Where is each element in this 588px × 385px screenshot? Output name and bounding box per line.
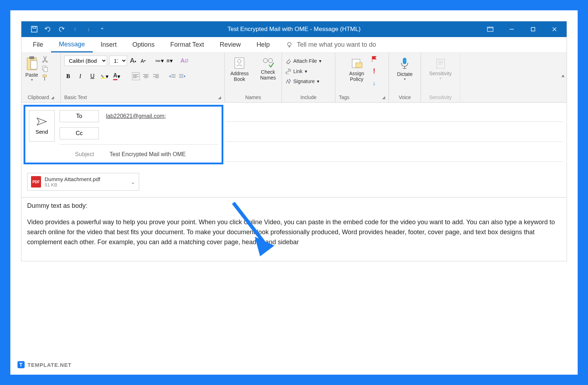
dialog-launcher-icon[interactable]: ◢ — [51, 95, 54, 100]
sensitivity-button: Sensitivity ▾ — [426, 56, 455, 82]
cut-icon[interactable] — [41, 56, 49, 63]
group-clipboard-label: Clipboard — [28, 94, 49, 100]
title-bar: ↑ ↓ ⁼ Test Encrypted Mail with OME - Mes… — [21, 21, 567, 37]
signature-icon — [285, 78, 291, 84]
numbering-icon[interactable]: ≡▾ — [166, 57, 173, 65]
to-field-value[interactable]: lab220621@gmail.com; — [106, 113, 166, 119]
check-names-icon — [262, 57, 274, 68]
signature-button[interactable]: Signature ▾ — [285, 78, 319, 85]
collapse-ribbon-icon[interactable]: ^ — [559, 53, 567, 102]
dictate-button[interactable]: Dictate ▾ — [394, 56, 416, 82]
grow-font-icon[interactable]: A▴ — [129, 57, 137, 65]
message-body[interactable]: Dummy text as body: Video provides a pow… — [21, 197, 567, 261]
svg-rect-5 — [531, 27, 535, 31]
dialog-launcher-icon[interactable]: ◢ — [382, 95, 385, 100]
font-color-icon[interactable]: A▾ — [113, 72, 121, 80]
svg-rect-17 — [44, 67, 47, 72]
menu-help[interactable]: Help — [249, 37, 278, 52]
ribbon: Paste ▾ Clipboard◢ Calibri (Bod 1 — [21, 53, 567, 103]
flag-icon[interactable] — [371, 56, 378, 63]
undo-icon[interactable] — [44, 26, 51, 33]
link-button[interactable]: Link ▾ — [285, 68, 307, 75]
address-book-icon — [234, 57, 245, 69]
svg-point-41 — [268, 58, 273, 63]
align-right-icon[interactable] — [152, 72, 160, 80]
minimize-icon[interactable] — [508, 26, 515, 33]
underline-button[interactable]: U — [88, 72, 96, 80]
menu-format-text[interactable]: Format Text — [162, 37, 212, 52]
group-include-label: Include — [285, 93, 331, 102]
group-sensitivity-label: Sensitivity — [425, 93, 456, 102]
tell-me-label: Tell me what you want to do — [297, 41, 376, 48]
decrease-indent-icon[interactable] — [168, 72, 176, 80]
svg-rect-19 — [101, 78, 106, 78]
high-importance-icon[interactable]: ! — [373, 67, 375, 75]
qat-more-icon[interactable]: ⁼ — [98, 26, 106, 33]
attachment-dropdown-icon[interactable]: ⌄ — [131, 179, 135, 185]
menu-options[interactable]: Options — [125, 37, 162, 52]
menu-message[interactable]: Message — [51, 37, 93, 52]
lightbulb-icon — [286, 42, 293, 48]
svg-point-40 — [263, 58, 268, 63]
group-names-label: Names — [228, 93, 278, 102]
svg-rect-47 — [437, 59, 445, 68]
up-arrow-icon[interactable]: ↑ — [71, 26, 78, 33]
clear-format-icon[interactable]: A∅ — [181, 57, 188, 65]
paperclip-icon — [285, 58, 291, 64]
redo-icon[interactable] — [58, 26, 65, 33]
send-icon — [36, 117, 47, 126]
maximize-icon[interactable] — [529, 26, 537, 33]
italic-button[interactable]: I — [76, 72, 84, 80]
highlight-icon[interactable]: ▾ — [101, 72, 108, 80]
down-arrow-icon[interactable]: ↓ — [85, 26, 92, 33]
svg-rect-0 — [31, 26, 37, 32]
group-voice-label: Voice — [392, 93, 417, 102]
shrink-font-icon[interactable]: A▾ — [139, 57, 147, 65]
svg-rect-43 — [356, 63, 362, 68]
low-importance-icon[interactable]: ↓ — [372, 79, 376, 87]
svg-rect-12 — [29, 56, 34, 59]
svg-rect-44 — [403, 58, 406, 64]
bullets-icon[interactable]: ≔▾ — [156, 57, 163, 65]
link-icon — [285, 68, 291, 74]
send-button[interactable]: Send — [29, 110, 55, 142]
subject-field-value[interactable]: Test Encrypted Mail with OME — [110, 151, 186, 158]
align-center-icon[interactable] — [142, 72, 150, 80]
to-button[interactable]: To — [60, 110, 99, 122]
menu-bar: File Message Insert Options Format Text … — [21, 37, 567, 53]
attach-file-button[interactable]: Attach File ▾ — [285, 57, 321, 65]
menu-file[interactable]: File — [25, 37, 51, 52]
bold-button[interactable]: B — [64, 72, 72, 80]
attachment-size: 51 KB — [45, 182, 100, 188]
copy-icon[interactable] — [41, 65, 49, 72]
paste-button[interactable]: Paste ▾ — [25, 56, 39, 82]
microphone-icon — [400, 57, 409, 70]
policy-icon — [351, 57, 363, 69]
menu-insert[interactable]: Insert — [93, 37, 125, 52]
attachment-name: Dummy Attachment.pdf — [45, 176, 100, 182]
tell-me-search[interactable]: Tell me what you want to do — [286, 41, 376, 48]
body-intro: Dummy text as body: — [27, 201, 561, 211]
align-left-icon[interactable] — [132, 72, 140, 80]
dialog-launcher-icon[interactable]: ◢ — [218, 95, 221, 100]
group-tags-label: Tags — [339, 94, 350, 100]
save-icon[interactable] — [31, 26, 38, 33]
subject-label: Subject — [60, 151, 110, 158]
group-basictext-label: Basic Text — [64, 94, 87, 100]
sensitivity-icon — [435, 57, 446, 69]
font-size-select[interactable]: 11 — [109, 56, 127, 66]
cc-button[interactable]: Cc — [60, 127, 99, 139]
svg-rect-3 — [487, 27, 493, 29]
pdf-icon: PDF — [31, 176, 41, 188]
format-painter-icon[interactable] — [41, 74, 49, 81]
menu-review[interactable]: Review — [212, 37, 249, 52]
assign-policy-button[interactable]: Assign Policy — [346, 56, 367, 83]
address-book-button[interactable]: Address Book — [228, 56, 252, 83]
window-title: Test Encrypted Mail with OME - Message (… — [227, 26, 360, 33]
close-icon[interactable] — [551, 26, 558, 33]
ribbon-display-icon[interactable] — [487, 26, 494, 33]
font-name-select[interactable]: Calibri (Bod — [64, 56, 107, 66]
attachment-item[interactable]: PDF Dummy Attachment.pdf 51 KB ⌄ — [27, 173, 139, 191]
increase-indent-icon[interactable] — [178, 72, 186, 80]
check-names-button[interactable]: Check Names — [257, 56, 279, 82]
